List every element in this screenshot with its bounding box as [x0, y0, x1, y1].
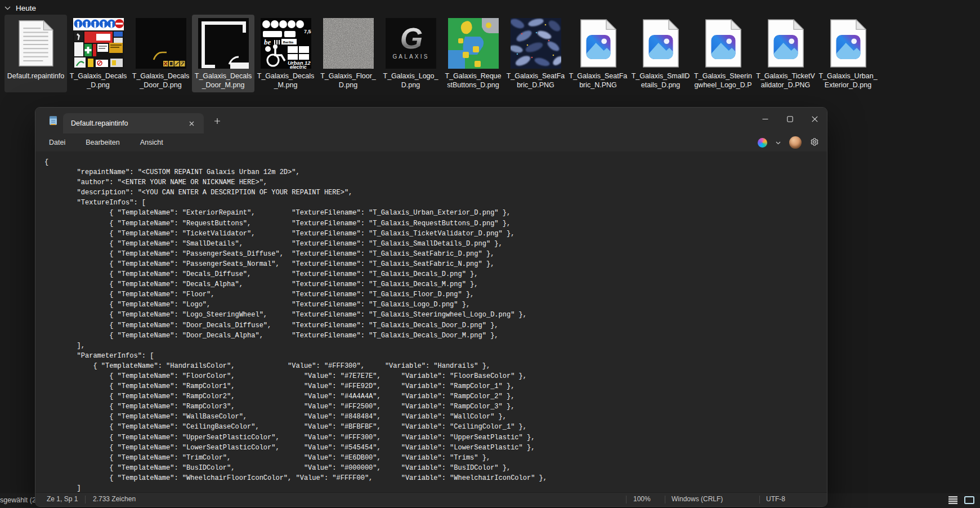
doc-thumbnail — [10, 16, 62, 70]
svg-text:7,5: 7,5 — [304, 29, 311, 34]
file-tile[interactable]: Default.repaintinfo — [5, 15, 67, 92]
copilot-icon[interactable] — [758, 138, 767, 148]
image-thumbnail — [697, 16, 750, 70]
status-line-ending: Windows (CRLF) — [672, 495, 723, 503]
file-tile[interactable]: T_Galaxis_TicketValidator_D.PNG — [754, 15, 817, 92]
account-avatar[interactable] — [789, 136, 802, 149]
file-tile[interactable]: T_Galaxis_Decals_Door_D.png — [129, 15, 192, 92]
notepad-editor[interactable]: { "repaintName": "<CUSTOM REPAINT Galaxi… — [35, 151, 827, 493]
notepad-app-icon — [49, 115, 57, 128]
file-name-label: T_Galaxis_Decals_Door_M.png — [194, 72, 253, 90]
settings-gear-icon[interactable] — [810, 137, 819, 148]
image-thumbnail — [822, 16, 875, 70]
file-tile[interactable]: 7,5 be Urban 12 electric Berlin T_Galaxi… — [254, 15, 317, 92]
maximize-button[interactable] — [777, 108, 802, 130]
menu-bearbeiten[interactable]: Bearbeiten — [82, 137, 123, 148]
svg-text:GALAXIS: GALAXIS — [392, 54, 429, 60]
status-char-count: 2.733 Zeichen — [93, 495, 136, 503]
status-cursor-position: Ze 1, Sp 1 — [47, 495, 78, 503]
svg-text:be: be — [264, 38, 271, 46]
file-name-label: T_Galaxis_TicketValidator_D.PNG — [756, 72, 816, 90]
decals-thumbnail — [72, 16, 125, 70]
menu-ansicht[interactable]: Ansicht — [137, 137, 167, 148]
file-tile[interactable]: T_Galaxis_Decals_Door_M.png — [192, 15, 254, 92]
file-tile[interactable]: T_Galaxis_SmallDetails_D.png — [629, 15, 692, 92]
desktop-screen: Heute Default.repaintinfo T_Galaxis_Deca — [0, 0, 980, 508]
logo-thumbnail: G GALAXIS — [384, 16, 437, 70]
notepad-titlebar[interactable]: Default.repaintinfo — [35, 108, 827, 133]
file-name-label: T_Galaxis_Floor_D.png — [319, 72, 378, 90]
file-name-label: T_Galaxis_Decals_D.png — [69, 72, 128, 90]
menu-datei[interactable]: Datei — [46, 137, 69, 148]
copilot-chevron-down-icon[interactable] — [776, 139, 781, 146]
explorer-group-header: Heute — [5, 4, 36, 12]
svg-text:electric: electric — [290, 64, 307, 69]
image-thumbnail — [759, 16, 812, 70]
file-tile[interactable]: T_Galaxis_SeatFabric_D.PNG — [504, 15, 567, 92]
file-tile[interactable]: T_Galaxis_RequestButtons_D.png — [442, 15, 504, 92]
file-tile[interactable]: T_Galaxis_Urban_Exterior_D.png — [817, 15, 879, 92]
details-view-button[interactable] — [948, 496, 957, 506]
new-tab-button[interactable] — [211, 115, 223, 127]
file-name-label: T_Galaxis_Logo_D.png — [381, 72, 441, 90]
group-header-label[interactable]: Heute — [16, 4, 36, 12]
tab-default-repaintinfo[interactable]: Default.repaintinfo — [63, 113, 204, 133]
image-thumbnail — [572, 16, 625, 70]
door-d-thumbnail — [135, 16, 187, 70]
file-name-label: T_Galaxis_SeatFabric_D.PNG — [506, 72, 566, 90]
close-button[interactable] — [802, 108, 827, 130]
svg-text:G: G — [400, 22, 422, 55]
notepad-window: Default.repaintinfo Dat — [35, 107, 827, 507]
file-tile[interactable]: T_Galaxis_Steeringwheel_Logo_D.PNG — [692, 15, 754, 92]
status-encoding: UTF-8 — [766, 495, 785, 503]
minimize-button[interactable] — [753, 108, 777, 130]
file-tile[interactable]: T_Galaxis_Decals_D.png — [67, 15, 129, 92]
notepad-statusbar: Ze 1, Sp 1 2.733 Zeichen 100% Windows (C… — [35, 492, 827, 506]
notepad-menubar: Datei Bearbeiten Ansicht — [35, 133, 827, 151]
svg-text:Berlin: Berlin — [283, 40, 293, 44]
tab-close-icon[interactable] — [186, 118, 197, 129]
group-collapse-chevron-icon[interactable] — [5, 6, 11, 10]
file-name-label: T_Galaxis_Decals_Door_D.png — [131, 72, 191, 90]
request-thumbnail — [447, 16, 500, 70]
thumbnails-view-button[interactable] — [964, 496, 974, 506]
file-name-label: T_Galaxis_RequestButtons_D.png — [444, 72, 503, 90]
file-name-label: T_Galaxis_Decals_M.png — [256, 72, 316, 90]
file-name-label: T_Galaxis_Steeringwheel_Logo_D.PNG — [693, 72, 753, 90]
file-name-label: T_Galaxis_Urban_Exterior_D.png — [818, 72, 878, 90]
door-m-thumbnail — [197, 16, 250, 70]
decals-m-thumbnail: 7,5 be Urban 12 electric Berlin — [259, 16, 312, 70]
file-tile[interactable]: T_Galaxis_Floor_D.png — [317, 15, 379, 92]
image-thumbnail — [634, 16, 687, 70]
file-tile[interactable]: T_Galaxis_SeatFabric_N.PNG — [567, 15, 629, 92]
file-name-label: T_Galaxis_SeatFabric_N.PNG — [569, 72, 628, 90]
floor-thumbnail — [322, 16, 375, 70]
file-tile-row: Default.repaintinfo T_Galaxis_Decals_D.p… — [5, 15, 879, 92]
file-name-label: T_Galaxis_SmallDetails_D.png — [631, 72, 691, 90]
fabric-thumbnail — [509, 16, 562, 70]
file-name-label: Default.repaintinfo — [6, 72, 66, 81]
status-zoom-level: 100% — [633, 495, 651, 503]
tab-title: Default.repaintinfo — [71, 119, 186, 127]
file-tile[interactable]: G GALAXIST_Galaxis_Logo_D.png — [379, 15, 442, 92]
